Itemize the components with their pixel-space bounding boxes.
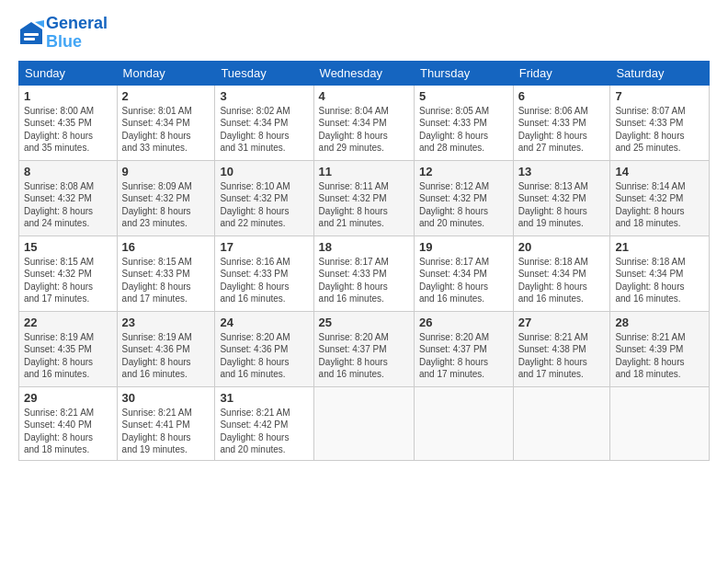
calendar-week-row: 15Sunrise: 8:15 AM Sunset: 4:32 PM Dayli… [19, 236, 710, 311]
calendar-cell: 6Sunrise: 8:06 AM Sunset: 4:33 PM Daylig… [513, 85, 610, 160]
day-number: 20 [518, 240, 606, 254]
calendar-cell: 26Sunrise: 8:20 AM Sunset: 4:37 PM Dayli… [414, 311, 513, 386]
calendar-cell: 9Sunrise: 8:09 AM Sunset: 4:32 PM Daylig… [117, 160, 215, 236]
day-number: 23 [122, 316, 210, 329]
logo: General Blue [18, 15, 108, 52]
calendar-header-row: SundayMondayTuesdayWednesdayThursdayFrid… [19, 61, 710, 85]
day-info: Sunrise: 8:05 AM Sunset: 4:33 PM Dayligh… [419, 105, 508, 155]
day-number: 25 [319, 316, 409, 329]
calendar-cell: 25Sunrise: 8:20 AM Sunset: 4:37 PM Dayli… [313, 311, 414, 386]
header: General Blue [18, 15, 710, 52]
day-number: 21 [615, 240, 704, 254]
calendar-cell: 2Sunrise: 8:01 AM Sunset: 4:34 PM Daylig… [117, 85, 215, 160]
day-number: 3 [220, 89, 308, 103]
calendar-cell: 28Sunrise: 8:21 AM Sunset: 4:39 PM Dayli… [610, 311, 710, 386]
day-info: Sunrise: 8:13 AM Sunset: 4:32 PM Dayligh… [518, 180, 606, 230]
calendar-cell: 11Sunrise: 8:11 AM Sunset: 4:32 PM Dayli… [313, 160, 414, 236]
day-number: 16 [122, 240, 210, 254]
day-number: 31 [220, 391, 308, 405]
day-number: 29 [24, 391, 112, 405]
day-info: Sunrise: 8:19 AM Sunset: 4:36 PM Dayligh… [122, 331, 210, 381]
day-info: Sunrise: 8:12 AM Sunset: 4:32 PM Dayligh… [419, 180, 508, 230]
day-number: 22 [24, 316, 112, 329]
day-info: Sunrise: 8:14 AM Sunset: 4:32 PM Dayligh… [615, 180, 704, 230]
day-info: Sunrise: 8:20 AM Sunset: 4:37 PM Dayligh… [419, 331, 508, 381]
calendar-cell: 14Sunrise: 8:14 AM Sunset: 4:32 PM Dayli… [610, 160, 710, 236]
day-number: 7 [615, 89, 704, 103]
day-info: Sunrise: 8:07 AM Sunset: 4:33 PM Dayligh… [615, 105, 704, 155]
calendar-cell: 24Sunrise: 8:20 AM Sunset: 4:36 PM Dayli… [215, 311, 313, 386]
day-info: Sunrise: 8:17 AM Sunset: 4:33 PM Dayligh… [319, 256, 409, 305]
calendar-cell: 7Sunrise: 8:07 AM Sunset: 4:33 PM Daylig… [610, 85, 710, 160]
day-info: Sunrise: 8:20 AM Sunset: 4:36 PM Dayligh… [220, 331, 308, 381]
calendar-cell: 29Sunrise: 8:21 AM Sunset: 4:40 PM Dayli… [19, 386, 118, 460]
calendar-cell: 13Sunrise: 8:13 AM Sunset: 4:32 PM Dayli… [513, 160, 610, 236]
day-number: 17 [220, 240, 308, 254]
logo-icon [18, 20, 44, 46]
day-number: 8 [24, 165, 112, 178]
weekday-header: Saturday [610, 61, 710, 85]
day-info: Sunrise: 8:21 AM Sunset: 4:40 PM Dayligh… [24, 407, 112, 456]
day-number: 13 [518, 165, 606, 178]
weekday-header: Tuesday [215, 61, 313, 85]
calendar-cell: 5Sunrise: 8:05 AM Sunset: 4:33 PM Daylig… [414, 85, 513, 160]
day-info: Sunrise: 8:17 AM Sunset: 4:34 PM Dayligh… [419, 256, 508, 305]
day-info: Sunrise: 8:15 AM Sunset: 4:33 PM Dayligh… [122, 256, 210, 305]
calendar-cell [414, 386, 513, 460]
calendar-cell: 20Sunrise: 8:18 AM Sunset: 4:34 PM Dayli… [513, 236, 610, 311]
day-info: Sunrise: 8:08 AM Sunset: 4:32 PM Dayligh… [24, 180, 112, 230]
calendar-cell: 3Sunrise: 8:02 AM Sunset: 4:34 PM Daylig… [215, 85, 313, 160]
logo-text: General Blue [46, 15, 108, 52]
day-info: Sunrise: 8:21 AM Sunset: 4:41 PM Dayligh… [122, 407, 210, 456]
calendar-cell: 27Sunrise: 8:21 AM Sunset: 4:38 PM Dayli… [513, 311, 610, 386]
day-info: Sunrise: 8:11 AM Sunset: 4:32 PM Dayligh… [319, 180, 409, 230]
calendar-cell [313, 386, 414, 460]
day-info: Sunrise: 8:21 AM Sunset: 4:38 PM Dayligh… [518, 331, 606, 381]
calendar-cell: 19Sunrise: 8:17 AM Sunset: 4:34 PM Dayli… [414, 236, 513, 311]
weekday-header: Monday [117, 61, 215, 85]
day-info: Sunrise: 8:20 AM Sunset: 4:37 PM Dayligh… [319, 331, 409, 381]
day-number: 4 [319, 89, 409, 103]
calendar-cell: 1Sunrise: 8:00 AM Sunset: 4:35 PM Daylig… [19, 85, 118, 160]
weekday-header: Friday [513, 61, 610, 85]
svg-rect-3 [24, 38, 35, 40]
page: General Blue SundayMondayTuesdayWednesda… [0, 0, 728, 470]
day-number: 5 [419, 89, 508, 103]
calendar-week-row: 22Sunrise: 8:19 AM Sunset: 4:35 PM Dayli… [19, 311, 710, 386]
day-number: 26 [419, 316, 508, 329]
calendar-cell: 4Sunrise: 8:04 AM Sunset: 4:34 PM Daylig… [313, 85, 414, 160]
svg-rect-2 [24, 33, 39, 36]
calendar-cell: 15Sunrise: 8:15 AM Sunset: 4:32 PM Dayli… [19, 236, 118, 311]
calendar-cell: 8Sunrise: 8:08 AM Sunset: 4:32 PM Daylig… [19, 160, 118, 236]
day-number: 18 [319, 240, 409, 254]
day-info: Sunrise: 8:19 AM Sunset: 4:35 PM Dayligh… [24, 331, 112, 381]
calendar-cell: 10Sunrise: 8:10 AM Sunset: 4:32 PM Dayli… [215, 160, 313, 236]
day-info: Sunrise: 8:02 AM Sunset: 4:34 PM Dayligh… [220, 105, 308, 155]
day-number: 27 [518, 316, 606, 329]
day-number: 10 [220, 165, 308, 178]
day-number: 9 [122, 165, 210, 178]
calendar-cell: 17Sunrise: 8:16 AM Sunset: 4:33 PM Dayli… [215, 236, 313, 311]
day-number: 12 [419, 165, 508, 178]
calendar-week-row: 8Sunrise: 8:08 AM Sunset: 4:32 PM Daylig… [19, 160, 710, 236]
day-info: Sunrise: 8:15 AM Sunset: 4:32 PM Dayligh… [24, 256, 112, 305]
calendar-cell: 31Sunrise: 8:21 AM Sunset: 4:42 PM Dayli… [215, 386, 313, 460]
day-info: Sunrise: 8:10 AM Sunset: 4:32 PM Dayligh… [220, 180, 308, 230]
calendar-cell: 22Sunrise: 8:19 AM Sunset: 4:35 PM Dayli… [19, 311, 118, 386]
calendar-week-row: 1Sunrise: 8:00 AM Sunset: 4:35 PM Daylig… [19, 85, 710, 160]
weekday-header: Wednesday [313, 61, 414, 85]
day-number: 19 [419, 240, 508, 254]
day-number: 14 [615, 165, 704, 178]
calendar-week-row: 29Sunrise: 8:21 AM Sunset: 4:40 PM Dayli… [19, 386, 710, 460]
day-info: Sunrise: 8:18 AM Sunset: 4:34 PM Dayligh… [518, 256, 606, 305]
calendar-cell: 12Sunrise: 8:12 AM Sunset: 4:32 PM Dayli… [414, 160, 513, 236]
weekday-header: Sunday [19, 61, 118, 85]
day-number: 6 [518, 89, 606, 103]
calendar-cell: 30Sunrise: 8:21 AM Sunset: 4:41 PM Dayli… [117, 386, 215, 460]
calendar-cell: 23Sunrise: 8:19 AM Sunset: 4:36 PM Dayli… [117, 311, 215, 386]
day-number: 2 [122, 89, 210, 103]
day-number: 1 [24, 89, 112, 103]
day-info: Sunrise: 8:00 AM Sunset: 4:35 PM Dayligh… [24, 105, 112, 155]
day-number: 28 [615, 316, 704, 329]
day-number: 30 [122, 391, 210, 405]
